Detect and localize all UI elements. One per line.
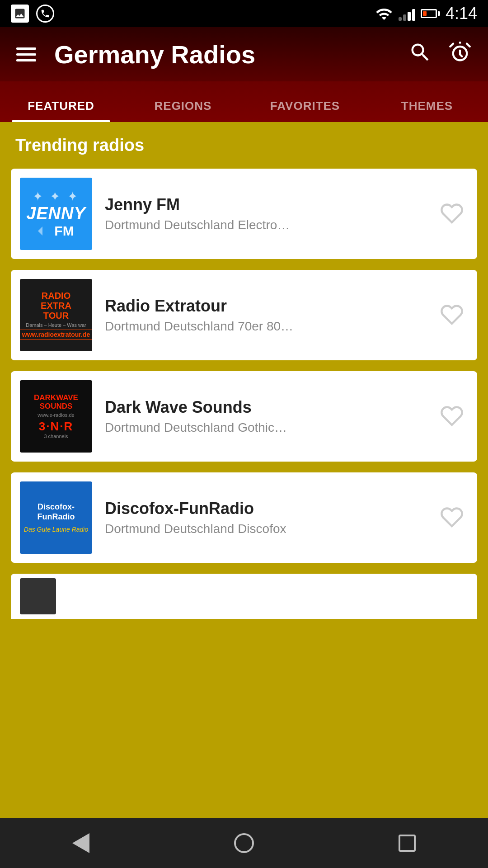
darkwave-logo-channels: 3 channels <box>44 434 68 439</box>
radio-name-jenny: Jenny FM <box>105 195 423 214</box>
back-button[interactable] <box>72 833 89 853</box>
recents-button[interactable] <box>399 835 416 852</box>
partial-logo <box>20 578 56 614</box>
status-bar-left <box>11 5 54 23</box>
content-area: Trending radios ✦ ✦ ✦ JENNY FM Jenny FM … <box>0 122 488 632</box>
radio-info-discofox: Discofox-FunRadio Dortmund Deutschland D… <box>105 499 423 536</box>
nav-bar <box>0 818 488 868</box>
radio-card-partial[interactable] <box>11 574 477 619</box>
extratour-logo-text: RADIOEXTRATOUR <box>41 291 71 321</box>
radio-info-extratour: Radio Extratour Dortmund Deutschland 70e… <box>105 297 423 334</box>
tab-themes[interactable]: THEMES <box>366 99 488 122</box>
radio-card-jenny[interactable]: ✦ ✦ ✦ JENNY FM Jenny FM Dortmund Deutsch… <box>11 169 477 259</box>
phone-icon <box>36 5 54 23</box>
darkwave-logo-title: DARKWAVESOUNDS <box>34 394 78 410</box>
darkwave-logo-badge: 3·N·R <box>39 420 73 434</box>
jenny-fm-text: FM <box>54 223 74 239</box>
radio-card-darkwave[interactable]: DARKWAVESOUNDS www.e-radios.de 3·N·R 3 c… <box>11 371 477 462</box>
radio-name-extratour: Radio Extratour <box>105 297 423 316</box>
jenny-stars: ✦ ✦ ✦ <box>33 189 80 204</box>
favorite-button-discofox[interactable] <box>436 501 468 535</box>
radio-desc-discofox: Dortmund Deutschland Discofox <box>105 522 423 536</box>
tab-favorites[interactable]: FAVORITES <box>244 99 366 122</box>
radio-desc-extratour: Dortmund Deutschland 70er 80… <box>105 319 423 334</box>
radio-card-extratour[interactable]: RADIOEXTRATOUR Damals – Heute – Was war … <box>11 270 477 360</box>
radio-desc-jenny: Dortmund Deutschland Electro… <box>105 218 423 232</box>
section-title: Trending radios <box>11 136 477 155</box>
menu-button[interactable] <box>16 47 36 61</box>
radio-logo-darkwave: DARKWAVESOUNDS www.e-radios.de 3·N·R 3 c… <box>20 380 92 453</box>
status-time: 4:14 <box>446 4 477 23</box>
tab-regions[interactable]: REGIONS <box>122 99 244 122</box>
favorite-button-jenny[interactable] <box>436 197 468 231</box>
recents-icon <box>399 835 416 852</box>
app-bar-left: Germany Radios <box>16 40 255 69</box>
jenny-fm-label: JENNY <box>26 204 86 223</box>
discofox-logo-sub: Das Gute Laune Radio <box>24 526 88 533</box>
darkwave-logo-sub: www.e-radios.de <box>38 412 74 418</box>
svg-marker-2 <box>38 226 42 236</box>
wifi-icon <box>375 5 393 22</box>
signal-icon <box>399 6 415 21</box>
home-icon <box>234 833 254 853</box>
favorite-button-extratour[interactable] <box>436 298 468 332</box>
page-title: Germany Radios <box>54 40 255 69</box>
status-bar: 4:14 <box>0 0 488 27</box>
discofox-logo-title: Discofox-FunRadio <box>38 502 75 522</box>
radio-info-jenny: Jenny FM Dortmund Deutschland Electro… <box>105 195 423 232</box>
extratour-logo-badge: www.radioextratour.de <box>20 330 92 340</box>
search-button[interactable] <box>408 41 432 68</box>
app-bar-right <box>408 41 472 68</box>
radio-logo-discofox: Discofox-FunRadio Das Gute Laune Radio <box>20 481 92 554</box>
photo-icon <box>11 5 29 23</box>
battery-icon <box>421 9 440 18</box>
tab-featured[interactable]: FEATURED <box>0 99 122 122</box>
favorite-button-darkwave[interactable] <box>436 400 468 434</box>
status-bar-right: 4:14 <box>375 4 477 23</box>
radio-logo-jenny: ✦ ✦ ✦ JENNY FM <box>20 178 92 250</box>
radio-name-discofox: Discofox-FunRadio <box>105 499 423 518</box>
radio-desc-darkwave: Dortmund Deutschland Gothic… <box>105 420 423 435</box>
app-bar: Germany Radios <box>0 27 488 81</box>
alarm-button[interactable] <box>448 41 472 68</box>
radio-card-discofox[interactable]: Discofox-FunRadio Das Gute Laune Radio D… <box>11 472 477 563</box>
back-icon <box>72 833 89 853</box>
radio-logo-extratour: RADIOEXTRATOUR Damals – Heute – Was war … <box>20 279 92 351</box>
radio-info-darkwave: Dark Wave Sounds Dortmund Deutschland Go… <box>105 398 423 435</box>
radio-name-darkwave: Dark Wave Sounds <box>105 398 423 417</box>
tabs: FEATURED REGIONS FAVORITES THEMES <box>0 81 488 122</box>
extratour-logo-sub: Damals – Heute – Was war <box>26 322 86 328</box>
home-button[interactable] <box>234 833 254 853</box>
